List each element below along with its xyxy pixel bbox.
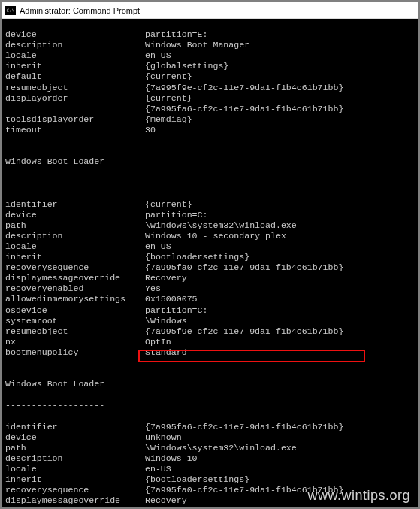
- output-key: device: [5, 29, 145, 40]
- output-key: osdevice: [5, 305, 145, 316]
- output-row: path\Windows\system32\winload.exe: [5, 443, 415, 453]
- output-value: \Windows\system32\winload.exe: [145, 220, 415, 231]
- output-row: resumeobject{7a995f9e-cf2c-11e7-9da1-f1b…: [5, 83, 415, 93]
- output-row: recoveryenabledYes: [5, 506, 415, 507]
- output-row: identifier{current}: [5, 199, 415, 210]
- output-key: path: [5, 220, 145, 231]
- output-key: locale: [5, 464, 145, 474]
- output-value: {bootloadersettings}: [145, 252, 415, 262]
- output-key: nx: [5, 337, 145, 347]
- output-row: {7a995fa6-cf2c-11e7-9da1-f1b4c61b71bb}: [5, 104, 415, 114]
- output-row: identifier{7a995fa6-cf2c-11e7-9da1-f1b4c…: [5, 422, 415, 432]
- output-key: allowedinmemorysettings: [5, 294, 145, 304]
- output-row: displaymessageoverrideRecovery: [5, 273, 415, 283]
- output-key: displaymessageoverride: [5, 273, 145, 283]
- output-row: osdevicepartition=C:: [5, 305, 415, 316]
- output-row: localeen-US: [5, 50, 415, 61]
- section-header: Windows Boot Loader: [5, 379, 415, 389]
- output-row: recoverysequence{7a995fa0-cf2c-11e7-9da1…: [5, 262, 415, 273]
- output-key: locale: [5, 50, 145, 61]
- output-row: inherit{globalsettings}: [5, 61, 415, 71]
- output-value: {7a995f9e-cf2c-11e7-9da1-f1b4c61b71bb}: [145, 83, 415, 93]
- output-row: descriptionWindows Boot Manager: [5, 40, 415, 50]
- output-row: default{current}: [5, 71, 415, 82]
- output-key: description: [5, 453, 145, 464]
- output-key: inherit: [5, 61, 145, 71]
- section-divider: -------------------: [5, 177, 415, 188]
- output-row: deviceunknown: [5, 432, 415, 443]
- section-header: Windows Boot Loader: [5, 156, 415, 167]
- output-value: Standard: [145, 347, 415, 358]
- output-row: resumeobject{7a995f9e-cf2c-11e7-9da1-f1b…: [5, 326, 415, 337]
- output-row: recoveryenabledYes: [5, 283, 415, 294]
- output-key: identifier: [5, 199, 145, 210]
- output-value: en-US: [145, 50, 415, 61]
- output-key: resumeobject: [5, 326, 145, 337]
- output-row: systemroot\Windows: [5, 316, 415, 326]
- output-row: inherit{bootloadersettings}: [5, 252, 415, 262]
- terminal-output[interactable]: devicepartition=E:descriptionWindows Boo…: [2, 19, 418, 507]
- output-key: systemroot: [5, 316, 145, 326]
- output-row: devicepartition=E:: [5, 29, 415, 40]
- output-row: descriptionWindows 10: [5, 453, 415, 464]
- window-title: Administrator: Command Prompt: [20, 6, 140, 15]
- section-divider: -------------------: [5, 400, 415, 411]
- output-key: displaymessageoverride: [5, 495, 145, 506]
- output-value: {globalsettings}: [145, 61, 415, 71]
- output-key: timeout: [5, 125, 145, 135]
- output-key: bootmenupolicy: [5, 347, 145, 358]
- output-value: {memdiag}: [145, 114, 415, 125]
- output-value: {7a995f9e-cf2c-11e7-9da1-f1b4c61b71bb}: [145, 326, 415, 337]
- output-value: partition=E:: [145, 29, 415, 40]
- output-key: [5, 104, 145, 114]
- output-value: Yes: [145, 506, 415, 507]
- output-value: {7a995fa0-cf2c-11e7-9da1-f1b4c61b71bb}: [145, 485, 415, 495]
- output-row: inherit{bootloadersettings}: [5, 474, 415, 485]
- output-key: description: [5, 40, 145, 50]
- output-row: recoverysequence{7a995fa0-cf2c-11e7-9da1…: [5, 485, 415, 495]
- output-value: 0x15000075: [145, 294, 415, 304]
- output-value: OptIn: [145, 337, 415, 347]
- output-value: Windows Boot Manager: [145, 40, 415, 50]
- output-value: {bootloadersettings}: [145, 474, 415, 485]
- titlebar[interactable]: Administrator: Command Prompt: [2, 2, 418, 19]
- output-value: Recovery: [145, 273, 415, 283]
- output-value: {7a995fa0-cf2c-11e7-9da1-f1b4c61b71bb}: [145, 262, 415, 273]
- output-key: toolsdisplayorder: [5, 114, 145, 125]
- output-value: \Windows\system32\winload.exe: [145, 443, 415, 453]
- output-value: {current}: [145, 199, 415, 210]
- output-key: displayorder: [5, 93, 145, 104]
- output-row: toolsdisplayorder{memdiag}: [5, 114, 415, 125]
- output-value: Yes: [145, 283, 415, 294]
- output-row: devicepartition=C:: [5, 210, 415, 220]
- output-row: localeen-US: [5, 241, 415, 252]
- output-key: resumeobject: [5, 83, 145, 93]
- output-value: Recovery: [145, 495, 415, 506]
- output-key: device: [5, 432, 145, 443]
- output-value: Windows 10 - secondary plex: [145, 231, 415, 241]
- cmd-icon: [5, 6, 16, 15]
- output-key: inherit: [5, 252, 145, 262]
- output-row: displaymessageoverrideRecovery: [5, 495, 415, 506]
- output-value: partition=C:: [145, 305, 415, 316]
- output-key: default: [5, 71, 145, 82]
- output-value: unknown: [145, 432, 415, 443]
- output-key: identifier: [5, 422, 145, 432]
- output-value: {current}: [145, 93, 415, 104]
- output-value: Windows 10: [145, 453, 415, 464]
- output-value: en-US: [145, 464, 415, 474]
- output-row: allowedinmemorysettings0x15000075: [5, 294, 415, 304]
- output-value: {7a995fa6-cf2c-11e7-9da1-f1b4c61b71bb}: [145, 422, 415, 432]
- output-key: recoveryenabled: [5, 506, 145, 507]
- output-key: path: [5, 443, 145, 453]
- output-value: \Windows: [145, 316, 415, 326]
- output-value: {7a995fa6-cf2c-11e7-9da1-f1b4c61b71bb}: [145, 104, 415, 114]
- output-row: path\Windows\system32\winload.exe: [5, 220, 415, 231]
- command-prompt-window: Administrator: Command Prompt devicepart…: [2, 2, 418, 507]
- output-row: timeout30: [5, 125, 415, 135]
- output-key: inherit: [5, 474, 145, 485]
- output-value: partition=C:: [145, 210, 415, 220]
- output-row: descriptionWindows 10 - secondary plex: [5, 231, 415, 241]
- output-key: description: [5, 231, 145, 241]
- output-row: nxOptIn: [5, 337, 415, 347]
